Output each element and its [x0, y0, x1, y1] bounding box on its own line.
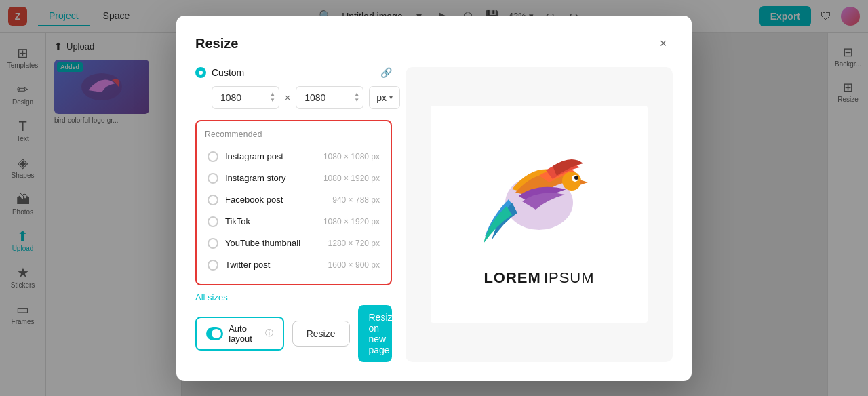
facebook-post-dims: 940 × 788 px: [332, 195, 380, 205]
preview-image: LOREM IPSUM: [431, 106, 648, 323]
all-sizes-link[interactable]: All sizes: [195, 292, 392, 302]
auto-layout-label: Auto layout: [229, 323, 260, 344]
size-option-instagram-post[interactable]: Instagram post 1080 × 1080 px: [205, 146, 382, 167]
tiktok-radio[interactable]: [208, 216, 218, 227]
svg-point-2: [562, 172, 581, 191]
logo-text-bold: LOREM: [484, 269, 540, 287]
youtube-thumbnail-radio[interactable]: [208, 238, 218, 249]
tiktok-dims: 1080 × 1920 px: [323, 217, 380, 226]
youtube-thumbnail-dims: 1280 × 720 px: [328, 239, 380, 248]
modal-title: Resize: [195, 36, 238, 52]
toggle-knob: [212, 329, 221, 338]
height-arrows: ▲ ▼: [354, 92, 359, 103]
recommended-label: Recommended: [205, 130, 382, 139]
modal-header: Resize ×: [195, 35, 673, 54]
height-input-wrapper: ▲ ▼: [296, 86, 363, 109]
unit-caret-icon: ▾: [389, 94, 393, 101]
custom-row: Custom 🔗: [195, 67, 392, 78]
instagram-post-radio[interactable]: [208, 151, 218, 162]
dimension-separator: ×: [285, 92, 290, 103]
logo-text-light: IPSUM: [544, 269, 595, 287]
custom-label: Custom: [212, 67, 244, 78]
auto-layout-toggle[interactable]: Auto layout ⓘ: [195, 317, 284, 351]
width-input-wrapper: ▲ ▼: [212, 86, 279, 109]
preview-panel: LOREM IPSUM: [406, 67, 673, 362]
link-icon[interactable]: 🔗: [380, 67, 392, 78]
recommended-section: Recommended Instagram post 1080 × 1080 p…: [195, 120, 392, 285]
unit-label: px: [376, 92, 387, 103]
resize-modal: Resize × Custom 🔗: [176, 16, 692, 381]
info-icon[interactable]: ⓘ: [265, 328, 273, 339]
youtube-thumbnail-name: YouTube thumbnail: [225, 238, 321, 248]
height-down-arrow[interactable]: ▼: [354, 98, 359, 103]
size-option-instagram-story[interactable]: Instagram story 1080 × 1920 px: [205, 167, 382, 189]
facebook-post-name: Facebook post: [225, 195, 326, 205]
logo-text: LOREM IPSUM: [484, 269, 594, 287]
twitter-post-name: Twitter post: [225, 260, 321, 270]
tiktok-name: TikTok: [225, 216, 317, 226]
resize-on-new-page-button[interactable]: Resize on new page ▾: [358, 305, 393, 362]
modal-footer: Auto layout ⓘ Resize Resize on new page …: [195, 305, 392, 362]
size-option-tiktok[interactable]: TikTok 1080 × 1920 px: [205, 211, 382, 233]
instagram-post-dims: 1080 × 1080 px: [323, 152, 380, 161]
bird-logo-svg: [471, 142, 607, 264]
size-option-twitter-post[interactable]: Twitter post 1600 × 900 px: [205, 254, 382, 276]
toggle-switch[interactable]: [206, 327, 223, 340]
facebook-post-radio[interactable]: [208, 195, 218, 205]
resize-controls: Custom 🔗 ▲ ▼ ×: [195, 67, 392, 362]
width-up-arrow[interactable]: ▲: [270, 92, 275, 97]
svg-point-4: [574, 176, 578, 180]
width-down-arrow[interactable]: ▼: [270, 98, 275, 103]
size-option-facebook-post[interactable]: Facebook post 940 × 788 px: [205, 189, 382, 211]
resize-new-page-label: Resize on new page: [358, 305, 393, 362]
modal-body: Custom 🔗 ▲ ▼ ×: [195, 67, 673, 362]
instagram-post-name: Instagram post: [225, 151, 317, 161]
custom-radio[interactable]: [195, 67, 206, 78]
modal-overlay: Resize × Custom 🔗: [0, 0, 868, 396]
size-option-youtube-thumbnail[interactable]: YouTube thumbnail 1280 × 720 px: [205, 233, 382, 254]
close-button[interactable]: ×: [654, 35, 673, 54]
height-input[interactable]: [296, 86, 363, 109]
unit-select[interactable]: px ▾: [369, 86, 400, 109]
instagram-story-name: Instagram story: [225, 173, 317, 183]
instagram-story-dims: 1080 × 1920 px: [323, 174, 380, 183]
width-arrows: ▲ ▼: [270, 92, 275, 103]
radio-dot: [199, 71, 203, 75]
height-up-arrow[interactable]: ▲: [354, 92, 359, 97]
close-icon: ×: [660, 37, 667, 51]
resize-button[interactable]: Resize: [292, 321, 350, 346]
dimension-inputs: ▲ ▼ × ▲ ▼ px ▾: [195, 86, 392, 109]
width-input[interactable]: [212, 86, 279, 109]
instagram-story-radio[interactable]: [208, 173, 218, 184]
twitter-post-dims: 1600 × 900 px: [328, 260, 380, 270]
twitter-post-radio[interactable]: [208, 260, 218, 271]
